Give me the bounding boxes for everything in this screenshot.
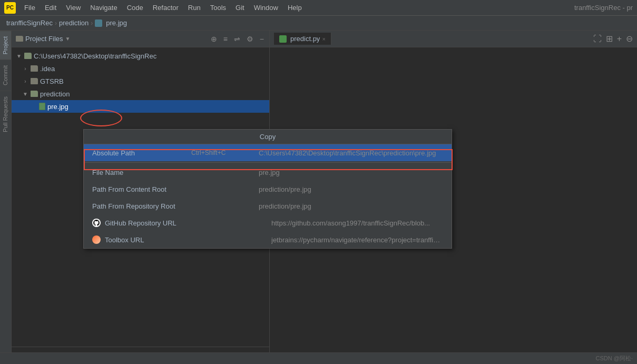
status-bar: CSDN @阿松·: [0, 352, 637, 364]
panel-title-dropdown-icon[interactable]: ▼: [65, 36, 71, 42]
idea-folder-icon: [31, 65, 38, 72]
idea-label: .idea: [40, 65, 55, 73]
side-tab-commit[interactable]: Commit: [0, 60, 11, 91]
context-menu-item-content-root[interactable]: Path From Content Root prediction/pre.jp…: [84, 181, 452, 198]
menu-separator-1: [84, 162, 452, 163]
panel-title: Project Files ▼: [16, 35, 70, 43]
toolbox-icon: [92, 235, 101, 244]
breadcrumb-sep-1: ›: [55, 19, 57, 27]
repo-root-value: prediction/pre.jpg: [259, 202, 443, 210]
file-name-value: pre.jpg: [259, 169, 443, 176]
grid-icon[interactable]: ⊞: [606, 34, 613, 44]
list-icon[interactable]: ≡: [222, 34, 229, 44]
gtsrb-folder-icon: [31, 78, 38, 84]
menu-edit[interactable]: Edit: [41, 3, 61, 13]
menu-refactor[interactable]: Refactor: [149, 3, 183, 13]
prediction-folder-icon: [31, 91, 38, 97]
absolute-path-value: C:\Users\47382\Desktop\tranfficSignRec\p…: [259, 149, 443, 157]
editor-right-icons: ⛶ ⊞ + ⊖: [593, 34, 633, 44]
folder-icon: [16, 36, 23, 42]
file-name-label: File Name: [92, 169, 187, 176]
tree-item-prediction[interactable]: ▼ prediction: [12, 87, 269, 100]
menu-git[interactable]: Git: [231, 3, 249, 13]
panel-toolbar: Project Files ▼ ⊕ ≡ ⇌ ⚙ −: [12, 31, 269, 47]
expand-icon[interactable]: ⛶: [593, 34, 602, 44]
toolbox-url-value: jetbrains://pycharm/navigate/reference?p…: [271, 236, 443, 244]
tree-item-prejpg[interactable]: pre.jpg: [12, 100, 269, 113]
context-menu-item-repo-root[interactable]: Path From Repository Root prediction/pre…: [84, 198, 452, 214]
minus-circle-icon[interactable]: ⊖: [626, 34, 633, 44]
gtsrb-arrow: ›: [22, 78, 28, 84]
breadcrumb: tranfficSignRec › prediction › pre.jpg: [0, 16, 637, 31]
prejpg-file-icon: [39, 103, 45, 110]
breadcrumb-file[interactable]: pre.jpg: [106, 19, 127, 27]
context-menu: Copy Absolute Path Ctrl+Shift+C C:\Users…: [83, 129, 452, 249]
file-breadcrumb-icon: [95, 19, 102, 27]
app-logo: PC: [4, 2, 16, 14]
absolute-path-shortcut: Ctrl+Shift+C: [191, 149, 254, 156]
menu-code[interactable]: Code: [123, 3, 148, 13]
tab-close-button[interactable]: ×: [322, 36, 325, 42]
menu-file[interactable]: File: [20, 3, 40, 13]
menu-help[interactable]: Help: [283, 3, 306, 13]
root-arrow: ▼: [16, 53, 22, 59]
context-menu-item-toolbox-url[interactable]: Toolbox URL jetbrains://pycharm/navigate…: [84, 231, 452, 248]
github-url-label: GitHub Repository URL: [105, 219, 200, 227]
side-tab-pull-requests[interactable]: Pull Requests: [0, 91, 11, 137]
prediction-arrow: ▼: [22, 91, 28, 97]
gear-icon[interactable]: ⚙: [246, 34, 254, 44]
github-icon: [92, 219, 101, 227]
tree-item-idea[interactable]: › .idea: [12, 62, 269, 75]
crosshair-icon[interactable]: ⊕: [210, 34, 218, 44]
editor-tab-predict[interactable]: predict.py ×: [274, 33, 331, 45]
tree-item-gtsrb[interactable]: › GTSRB: [12, 75, 269, 87]
title-bar: PC File Edit View Navigate Code Refactor…: [0, 0, 637, 16]
breadcrumb-sep-2: ›: [91, 19, 93, 27]
idea-arrow: ›: [22, 66, 28, 72]
breadcrumb-root[interactable]: tranfficSignRec: [6, 19, 53, 27]
context-menu-item-github-url[interactable]: GitHub Repository URL https://github.com…: [84, 214, 452, 231]
prejpg-label: pre.jpg: [47, 103, 68, 111]
root-folder-icon: [24, 53, 32, 59]
context-menu-header: Copy: [84, 130, 452, 144]
prediction-label: prediction: [40, 90, 70, 98]
content-root-label: Path From Content Root: [92, 185, 187, 193]
gtsrb-label: GTSRB: [40, 77, 64, 85]
context-menu-item-file-name[interactable]: File Name pre.jpg: [84, 164, 452, 181]
absolute-path-label: Absolute Path: [92, 149, 187, 157]
menu-run[interactable]: Run: [184, 3, 205, 13]
content-root-value: prediction/pre.jpg: [259, 185, 443, 193]
status-text: CSDN @阿松·: [596, 355, 633, 362]
menu-tools[interactable]: Tools: [206, 3, 230, 13]
repo-root-label: Path From Repository Root: [92, 202, 187, 210]
panel-title-label: Project Files: [25, 35, 63, 43]
github-url-value: https://github.com/asong1997/tranfficSig…: [271, 219, 443, 227]
minus-icon[interactable]: −: [259, 34, 265, 44]
tree-root[interactable]: ▼ C:\Users\47382\Desktop\tranfficSignRec: [12, 50, 269, 62]
root-label: C:\Users\47382\Desktop\tranfficSignRec: [34, 52, 156, 60]
menu-bar: File Edit View Navigate Code Refactor Ru…: [20, 3, 574, 13]
side-tabs: Project Commit Pull Requests: [0, 31, 12, 364]
menu-window[interactable]: Window: [250, 3, 282, 13]
plus-icon[interactable]: +: [617, 34, 622, 44]
panel-toolbar-icons: ⊕ ≡ ⇌ ⚙ −: [210, 34, 265, 44]
toolbox-url-label: Toolbox URL: [105, 236, 200, 244]
side-tab-project[interactable]: Project: [0, 31, 11, 60]
editor-toolbar: predict.py × ⛶ ⊞ + ⊖: [270, 31, 637, 47]
tab-label: predict.py: [290, 35, 320, 43]
context-menu-item-absolute-path[interactable]: Absolute Path Ctrl+Shift+C C:\Users\4738…: [84, 144, 452, 161]
py-file-icon: [279, 35, 287, 43]
breadcrumb-prediction[interactable]: prediction: [59, 19, 89, 27]
menu-navigate[interactable]: Navigate: [86, 3, 121, 13]
list-alt-icon[interactable]: ⇌: [233, 34, 241, 44]
window-title: tranfficSignRec - pr: [574, 4, 633, 12]
menu-view[interactable]: View: [62, 3, 85, 13]
